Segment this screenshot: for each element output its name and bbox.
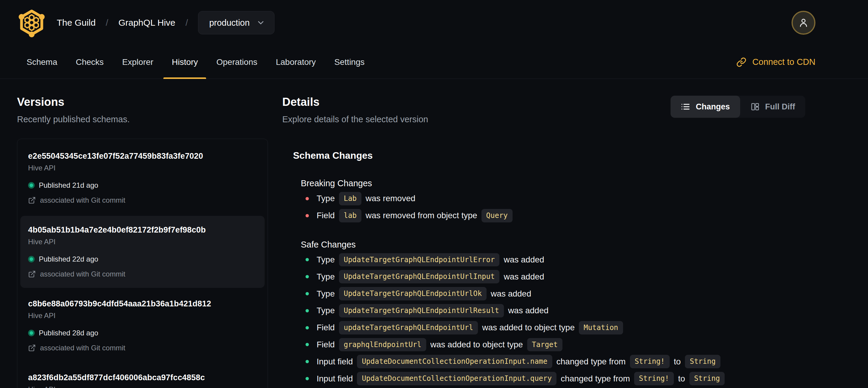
schema-changes-title: Schema Changes <box>293 150 805 161</box>
version-service: Hive API <box>28 164 257 172</box>
change-bullet-icon <box>306 309 309 312</box>
external-link-icon <box>28 344 36 352</box>
tab-checks[interactable]: Checks <box>67 46 112 79</box>
version-status-text: Published 22d ago <box>39 255 98 263</box>
schema-entity-chip: Mutation <box>579 321 623 334</box>
change-bullet-icon <box>306 292 309 295</box>
git-commit-link[interactable]: associated with Git commit <box>28 344 257 352</box>
change-bullet-icon <box>306 360 309 363</box>
change-text: Input field <box>317 374 353 384</box>
change-text: was added <box>491 289 531 299</box>
change-text: Type <box>317 194 335 203</box>
hive-logo-icon[interactable] <box>17 8 46 38</box>
change-content: Fieldlabwas removed from object typeQuer… <box>317 209 513 222</box>
schema-entity-chip: UpdateTargetGraphQLEndpointUrlOk <box>339 287 487 300</box>
git-commit-link[interactable]: associated with Git commit <box>28 270 257 278</box>
schema-entity-chip: UpdateTargetGraphQLEndpointUrlResult <box>339 304 504 318</box>
connect-to-cdn-button[interactable]: Connect to CDN <box>736 46 815 79</box>
version-list-item[interactable]: 4b05ab51b1b4a7e2e4b0ef82172f2b9f7ef98c0b… <box>20 216 265 288</box>
schema-entity-chip: UpdateDocumentCollectionOperationInput.n… <box>357 355 552 368</box>
schema-entity-chip: graphqlEndpointUrl <box>339 338 426 352</box>
schema-entity-chip: UpdateDocumentCollectionOperationInput.q… <box>357 372 556 385</box>
change-bullet-icon <box>306 275 309 278</box>
schema-changes-sections: Breaking Changes TypeLabwas removed Fiel… <box>293 178 805 385</box>
version-status: Published 22d ago <box>28 255 257 263</box>
breadcrumb-project[interactable]: GraphQL Hive <box>118 18 175 28</box>
external-link-icon <box>28 197 36 204</box>
change-text: was added <box>504 272 544 281</box>
change-text: Type <box>317 272 335 281</box>
change-text: was removed from object type <box>366 211 477 220</box>
details-subtitle: Explore details of the selected version <box>282 115 428 124</box>
version-hash: e2e55045345ce13fe07f52a77459b83fa3fe7020 <box>28 152 257 161</box>
version-list-item[interactable]: c8b6e88a06793b9c4dfd54aaa21b36a1b421d812… <box>20 290 265 362</box>
change-text: Field <box>317 323 335 332</box>
tab-history[interactable]: History <box>163 46 206 79</box>
change-content: TypeUpdateTargetGraphQLEndpointUrlOkwas … <box>317 287 531 300</box>
change-list: TypeLabwas removed Fieldlabwas removed f… <box>301 192 805 222</box>
tab-operations[interactable]: Operations <box>208 46 266 79</box>
change-text: changed type from <box>561 374 630 384</box>
published-status-dot <box>28 330 35 336</box>
change-content: Input fieldUpdateDocumentCollectionOpera… <box>317 355 720 368</box>
nav-tabs: SchemaChecksExplorerHistoryOperationsLab… <box>18 46 373 79</box>
target-dropdown[interactable]: production <box>198 11 274 34</box>
list-icon <box>681 102 690 112</box>
breadcrumb-org[interactable]: The Guild <box>57 18 96 28</box>
change-section-title: Breaking Changes <box>301 178 805 188</box>
schema-change-item: Input fieldUpdateDocumentCollectionOpera… <box>301 372 805 385</box>
schema-change-item: TypeUpdateTargetGraphQLEndpointUrlOkwas … <box>301 287 805 300</box>
changes-view-label: Changes <box>696 102 730 112</box>
schema-changes: Schema Changes Breaking Changes TypeLabw… <box>293 150 805 385</box>
tab-schema[interactable]: Schema <box>18 46 66 79</box>
version-status: Published 21d ago <box>28 181 257 189</box>
version-status-text: Published 21d ago <box>39 181 98 189</box>
schema-change-item: TypeUpdateTargetGraphQLEndpointUrlResult… <box>301 304 805 318</box>
version-service: Hive API <box>28 311 257 320</box>
change-content: TypeUpdateTargetGraphQLEndpointUrlResult… <box>317 304 549 318</box>
version-list-item[interactable]: a823f6db2a55df877dcf406006abca97fcc4858c… <box>20 363 265 388</box>
change-content: FieldupdateTargetGraphQLEndpointUrlwas a… <box>317 321 623 334</box>
schema-entity-chip: String! <box>634 372 674 385</box>
change-text: was added to object type <box>482 323 575 332</box>
schema-entity-chip: String! <box>630 355 670 368</box>
versions-title: Versions <box>17 96 268 109</box>
change-content: TypeLabwas removed <box>317 192 415 205</box>
published-status-dot <box>28 256 35 263</box>
change-text: was added to object type <box>430 340 523 350</box>
version-list: e2e55045345ce13fe07f52a77459b83fa3fe7020… <box>17 139 268 388</box>
change-section: Safe Changes TypeUpdateTargetGraphQLEndp… <box>301 240 805 385</box>
version-list-item[interactable]: e2e55045345ce13fe07f52a77459b83fa3fe7020… <box>20 142 265 214</box>
chevron-down-icon <box>256 18 265 27</box>
git-commit-label: associated with Git commit <box>40 270 125 278</box>
change-section-title: Safe Changes <box>301 240 805 249</box>
tab-settings[interactable]: Settings <box>326 46 373 79</box>
version-status-text: Published 28d ago <box>39 329 98 337</box>
version-hash: a823f6db2a55df877dcf406006abca97fcc4858c <box>28 373 257 382</box>
change-text: was added <box>504 255 544 265</box>
schema-entity-chip: Target <box>527 338 563 352</box>
versions-panel: Versions Recently published schemas. e2e… <box>17 96 268 388</box>
schema-entity-chip: String <box>689 372 725 385</box>
schema-entity-chip: UpdateTargetGraphQLEndpointUrlInput <box>339 270 500 283</box>
versions-subtitle: Recently published schemas. <box>17 115 268 124</box>
schema-change-item: Fieldlabwas removed from object typeQuer… <box>301 209 805 222</box>
user-icon <box>798 17 809 28</box>
tab-laboratory[interactable]: Laboratory <box>267 46 324 79</box>
change-content: FieldgraphqlEndpointUrlwas added to obje… <box>317 338 562 352</box>
tab-explorer[interactable]: Explorer <box>114 46 162 79</box>
git-commit-label: associated with Git commit <box>40 196 125 205</box>
change-text: to <box>674 357 681 366</box>
full-diff-view-label: Full Diff <box>765 102 795 112</box>
breadcrumb: The Guild / GraphQL Hive / production <box>17 8 275 38</box>
schema-change-item: Input fieldUpdateDocumentCollectionOpera… <box>301 355 805 368</box>
version-hash: 4b05ab51b1b4a7e2e4b0ef82172f2b9f7ef98c0b <box>28 226 257 235</box>
change-bullet-icon <box>306 197 309 200</box>
user-menu-button[interactable] <box>792 11 815 35</box>
version-hash: c8b6e88a06793b9c4dfd54aaa21b36a1b421d812 <box>28 299 257 308</box>
changes-view-button[interactable]: Changes <box>671 96 740 118</box>
git-commit-link[interactable]: associated with Git commit <box>28 196 257 205</box>
change-bullet-icon <box>306 343 309 346</box>
change-text: Field <box>317 211 335 220</box>
full-diff-view-button[interactable]: Full Diff <box>740 96 805 118</box>
